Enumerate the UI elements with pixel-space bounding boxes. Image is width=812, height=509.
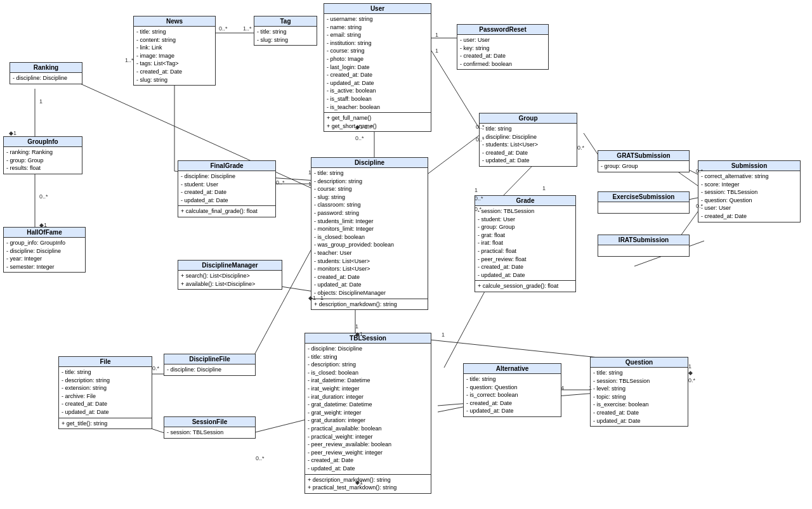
class-ranking-header: Ranking — [10, 63, 82, 73]
label-session-1: ◆1 — [355, 479, 363, 486]
class-submission: Submission - correct_alternative: string… — [698, 160, 801, 222]
class-sessionfile-attrs: - session: TBLSession — [164, 427, 255, 438]
class-alternative: Alternative - title: string - question: … — [463, 363, 561, 417]
class-grade-header: Grade — [475, 196, 575, 206]
diagram-container: User - username: string - name: string -… — [0, 0, 812, 509]
class-file: File - title: string - description: stri… — [58, 356, 152, 429]
label-groupinfo-halloffame-1: 0..* — [39, 193, 48, 200]
class-halloffame: HallOfFame - group_info: GroupInfo - dis… — [3, 227, 86, 273]
class-gratsubmission: GRATSubmission - group: Group — [598, 150, 690, 172]
label-submission-1: 0.* — [696, 168, 703, 174]
label-news-tag-2: 1..* — [243, 25, 252, 32]
class-finalgrade-attrs: - discipline: Discipline - student: User… — [178, 171, 275, 206]
class-user-methods: + get_full_name() + get_short_name() — [324, 113, 431, 131]
label-user-pw: 1 — [435, 32, 438, 38]
class-news: News - title: string - content: string -… — [133, 16, 216, 86]
class-question-header: Question — [591, 358, 688, 368]
class-gratsubmission-header: GRATSubmission — [598, 151, 689, 161]
class-sessionfile-header: SessionFile — [164, 417, 255, 427]
label-grade-group: 0.* — [577, 145, 584, 151]
class-news-attrs: - title: string - content: string - link… — [134, 27, 215, 85]
label-discipline-dm2: 1 — [320, 295, 324, 301]
class-ranking-attrs: - discipline: Discipline — [10, 73, 82, 84]
class-grade: Grade - session: TBLSession - student: U… — [475, 195, 576, 292]
class-finalgrade-header: FinalGrade — [178, 161, 275, 171]
label-group-1: 0..* — [476, 124, 485, 130]
class-submission-attrs: - correct_alternative: string - score: I… — [698, 171, 800, 222]
class-groupinfo-header: GroupInfo — [4, 137, 82, 147]
class-disciplinefile: DisciplineFile - discipline: Discipline — [164, 354, 256, 376]
label-file-disc: 0.* — [152, 365, 159, 371]
class-group: Group - title: string - discipline: Disc… — [479, 113, 577, 167]
label-q-sub: 0.* — [688, 377, 695, 383]
class-exercisesubmission: ExerciseSubmission — [598, 191, 690, 214]
label-grade-3: 0.* — [475, 206, 481, 212]
class-submission-header: Submission — [698, 161, 800, 171]
svg-line-8 — [419, 133, 482, 181]
label-discipline-finalgrade: 0..* — [276, 179, 285, 186]
class-group-header: Group — [480, 113, 577, 124]
class-tblsession-methods: + description_markdown(): string + pract… — [305, 475, 431, 493]
class-discipline-methods: + description_markdown(): string — [311, 299, 428, 310]
class-passwordreset-attrs: - user: User - key: string - created_at:… — [457, 35, 548, 69]
class-tag: Tag - title: string - slug: string — [254, 16, 317, 46]
label-user-group: 1 — [435, 48, 438, 54]
class-ranking: Ranking - discipline: Discipline — [10, 62, 82, 84]
label-tbl-1: ◆1 — [355, 331, 363, 337]
label-discipline-4: 0..* — [355, 135, 364, 141]
class-tblsession-header: TBLSession — [305, 333, 431, 344]
class-exercisesubmission-attrs — [598, 202, 689, 213]
class-disciplinefile-header: DisciplineFile — [164, 354, 255, 364]
class-groupinfo: GroupInfo - ranking: Ranking - group: Gr… — [3, 136, 82, 174]
label-discipline-1: 1 — [308, 169, 311, 176]
class-user-header: User — [324, 4, 431, 14]
label-group-2: 0..* — [476, 136, 485, 143]
class-disciplinemanager: DisciplineManager + search(): List<Disci… — [178, 260, 282, 290]
label-discipline-2: 1 — [308, 181, 311, 187]
label-news-tag-1: 0..* — [219, 25, 228, 32]
class-file-methods: + get_title(): string — [59, 418, 152, 429]
label-alt-q2: 1 — [589, 385, 592, 391]
class-tag-attrs: - title: string - slug: string — [254, 27, 317, 45]
class-iratsubmission: IRATSubmission — [598, 235, 690, 257]
label-grade-1: 1 — [475, 187, 478, 193]
class-grade-methods: + calcule_session_grade(): float — [475, 281, 575, 292]
label-grade-2: 0..* — [475, 195, 483, 202]
class-user: User - username: string - name: string -… — [324, 3, 431, 132]
class-disciplinemanager-methods: + search(): List<Discipline> + available… — [178, 271, 282, 289]
class-alternative-header: Alternative — [464, 364, 561, 374]
class-gratsubmission-attrs: - group: Group — [598, 161, 689, 172]
class-file-header: File — [59, 357, 152, 367]
class-alternative-attrs: - title: string - question: Question - i… — [464, 374, 561, 416]
class-grade-attrs: - session: TBLSession - student: User - … — [475, 206, 575, 281]
class-discipline-attrs: - title: string - description: string - … — [311, 168, 428, 299]
label-q-tbl1: 1 — [688, 363, 691, 370]
class-tblsession: TBLSession - discipline: Discipline - ti… — [304, 333, 431, 494]
class-disciplinefile-attrs: - discipline: Discipline — [164, 364, 255, 375]
class-halloffame-header: HallOfFame — [4, 228, 85, 238]
class-finalgrade: FinalGrade - discipline: Discipline - st… — [178, 160, 276, 217]
label-ranking-groupinfo-2: ◆1 — [9, 130, 16, 136]
label-grade-4: 1 — [542, 185, 546, 191]
class-question: Question - title: string - session: TBLS… — [590, 357, 688, 427]
class-finalgrade-methods: + calculate_final_grade(): float — [178, 206, 275, 217]
class-question-attrs: - title: string - session: TBLSession - … — [591, 368, 688, 426]
svg-line-22 — [247, 418, 311, 434]
class-passwordreset-header: PasswordReset — [457, 25, 548, 35]
class-discipline-header: Discipline — [311, 158, 428, 168]
class-iratsubmission-attrs — [598, 245, 689, 256]
label-discipline-tbl: 1 — [355, 323, 358, 330]
class-discipline: Discipline - title: string - description… — [311, 157, 428, 310]
label-submission-2: 0.* — [696, 203, 703, 209]
label-news-disc-1: 1..* — [125, 57, 134, 63]
label-alt-q1: 4 — [561, 385, 564, 391]
class-halloffame-attrs: - group_info: GroupInfo - discipline: Di… — [4, 238, 85, 272]
class-sessionfile: SessionFile - session: TBLSession — [164, 416, 256, 439]
class-exercisesubmission-header: ExerciseSubmission — [598, 192, 689, 202]
class-groupinfo-attrs: - ranking: Ranking - group: Group - resu… — [4, 147, 82, 174]
class-disciplinemanager-header: DisciplineManager — [178, 261, 282, 271]
class-iratsubmission-header: IRATSubmission — [598, 235, 689, 245]
class-tblsession-attrs: - discipline: Discipline - title: string… — [305, 344, 431, 475]
class-tag-header: Tag — [254, 16, 317, 27]
label-discipline-3: ◆1 1..* — [355, 124, 373, 130]
